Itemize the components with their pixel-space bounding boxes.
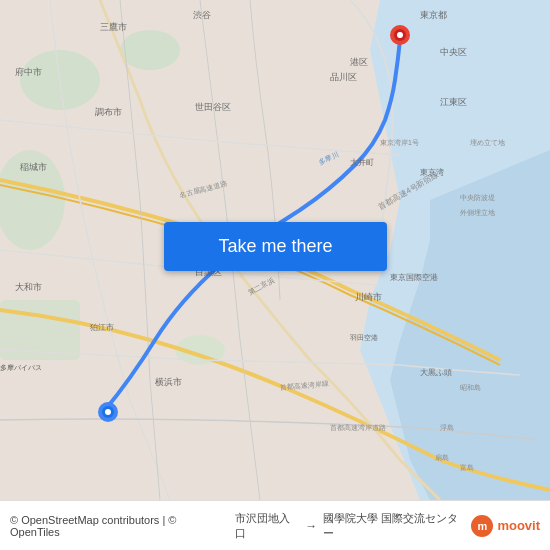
svg-text:川崎市: 川崎市 [355, 292, 382, 302]
moovit-logo: m moovit [471, 515, 540, 537]
svg-text:大井町: 大井町 [350, 158, 374, 167]
moovit-icon: m [471, 515, 493, 537]
svg-text:首都高速湾岸道路: 首都高速湾岸道路 [330, 424, 386, 431]
svg-text:狛江市: 狛江市 [90, 323, 114, 332]
svg-text:中央防波堤: 中央防波堤 [460, 194, 495, 202]
map-container: 首都高速4号新宿線 名古屋高速道路 首都高速湾岸線 第二京浜 第一京浜 府中市 … [0, 0, 550, 500]
footer-bar: © OpenStreetMap contributors | © OpenTil… [0, 500, 550, 550]
svg-text:大和市: 大和市 [15, 282, 42, 292]
svg-text:世田谷区: 世田谷区 [195, 102, 231, 112]
destination-label: 國學院大學 国際交流センター [323, 511, 465, 541]
route-arrow: → [305, 519, 317, 533]
take-me-there-button[interactable]: Take me there [164, 222, 387, 271]
map-attribution: © OpenStreetMap contributors | © OpenTil… [10, 514, 223, 538]
svg-point-10 [397, 32, 403, 38]
svg-text:渋谷: 渋谷 [175, 10, 211, 20]
origin-label: 市沢団地入口 [235, 511, 299, 541]
svg-text:外側埋立地: 外側埋立地 [460, 209, 495, 217]
svg-text:横浜市: 横浜市 [155, 377, 182, 387]
svg-text:浮島: 浮島 [440, 424, 454, 431]
svg-text:大黒ふ頭: 大黒ふ頭 [420, 368, 452, 377]
svg-text:江東区: 江東区 [440, 97, 467, 107]
svg-text:府中市: 府中市 [15, 67, 42, 77]
svg-text:東京都: 東京都 [420, 10, 447, 20]
svg-text:中央区: 中央区 [440, 47, 467, 57]
svg-text:三鷹市: 三鷹市 [100, 22, 127, 32]
svg-text:昭和島: 昭和島 [460, 384, 481, 391]
svg-point-4 [120, 30, 180, 70]
svg-point-13 [105, 409, 111, 415]
svg-text:稲城市: 稲城市 [20, 162, 47, 172]
svg-text:東京湾: 東京湾 [420, 168, 444, 177]
svg-text:東京国際空港: 東京国際空港 [390, 273, 438, 282]
svg-text:埋め立て地: 埋め立て地 [469, 139, 505, 146]
svg-text:扇島: 扇島 [435, 454, 449, 461]
svg-text:東京湾岸1号: 東京湾岸1号 [380, 139, 419, 146]
svg-text:品川区: 品川区 [330, 72, 357, 82]
svg-text:富島: 富島 [460, 464, 474, 471]
svg-text:港区: 港区 [350, 57, 368, 67]
svg-text:調布市: 調布市 [95, 107, 122, 117]
svg-text:多摩バイパス: 多摩バイパス [0, 364, 42, 371]
moovit-text: moovit [497, 518, 540, 533]
svg-text:羽田空港: 羽田空港 [349, 334, 378, 341]
